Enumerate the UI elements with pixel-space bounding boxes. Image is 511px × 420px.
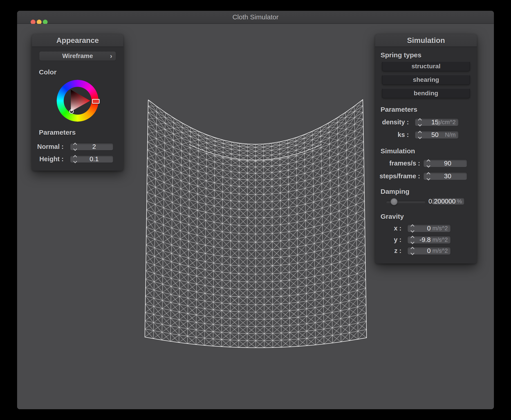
spinner-arrows[interactable]: [426, 160, 431, 167]
spinner-up-icon[interactable]: [411, 236, 414, 240]
damping-value: 0.200000: [435, 198, 456, 205]
spinner-up-icon[interactable]: [411, 247, 414, 250]
gravity-y-label: y :: [394, 236, 401, 244]
normal-field[interactable]: 2: [70, 143, 113, 151]
spinner-down-icon[interactable]: [427, 164, 430, 167]
gravity-z-row: z : 0 m/s^2: [375, 247, 477, 255]
spinner-down-icon[interactable]: [427, 177, 430, 180]
ks-label: ks :: [398, 131, 409, 139]
gravity-x-field[interactable]: 0 m/s^2: [407, 224, 451, 232]
gravity-z-label: z :: [394, 247, 401, 255]
appearance-parameters-heading: Parameters: [39, 129, 75, 136]
height-label: Height :: [39, 155, 64, 163]
density-field[interactable]: 15 g/cm^2: [414, 118, 459, 126]
structural-button[interactable]: structural: [382, 61, 470, 71]
damping-field[interactable]: 0.200000 %: [432, 197, 465, 205]
window-title: Cloth Simulator: [17, 11, 494, 23]
spinner-up-icon[interactable]: [73, 155, 77, 159]
ks-row: ks : 50 N/m: [375, 131, 477, 139]
spinner-down-icon[interactable]: [411, 229, 414, 232]
spinner-down-icon[interactable]: [411, 251, 414, 255]
gravity-y-row: y : -9.8 m/s^2: [375, 236, 477, 244]
damping-unit: %: [457, 198, 462, 205]
steps-value: 30: [431, 172, 464, 180]
gravity-x-row: x : 0 m/s^2: [375, 224, 477, 232]
gravity-z-field[interactable]: 0 m/s^2: [407, 247, 451, 255]
shading-mode-label: Wireframe: [62, 52, 93, 60]
height-row: Height : 0.1: [32, 155, 123, 163]
spinner-down-icon[interactable]: [418, 122, 422, 126]
gravity-heading: Gravity: [381, 213, 404, 220]
height-field[interactable]: 0.1: [70, 155, 113, 163]
gravity-z-value: 0: [417, 247, 431, 255]
spinner-up-icon[interactable]: [418, 118, 422, 122]
density-value: 15: [424, 119, 439, 126]
frames-field[interactable]: 90: [423, 159, 467, 167]
shading-mode-dropdown[interactable]: Wireframe ›: [39, 51, 116, 61]
spinner-arrows[interactable]: [410, 236, 415, 243]
color-label: Color: [39, 68, 56, 76]
gravity-z-unit: m/s^2: [432, 247, 448, 255]
steps-field[interactable]: 30: [423, 172, 467, 180]
color-wheel[interactable]: [57, 80, 98, 122]
spinner-arrows[interactable]: [72, 156, 78, 163]
simulation-panel-title: Simulation: [375, 34, 477, 47]
spinner-arrows[interactable]: [417, 119, 423, 126]
density-unit: g/cm^2: [437, 119, 456, 126]
spinner-up-icon[interactable]: [418, 131, 422, 135]
normal-label: Normal :: [37, 143, 64, 151]
sim-settings-heading: Simulation: [381, 147, 415, 155]
sv-selector[interactable]: [69, 109, 74, 114]
spinner-arrows[interactable]: [426, 172, 431, 180]
gravity-y-field[interactable]: -9.8 m/s^2: [407, 236, 451, 244]
spinner-down-icon[interactable]: [411, 240, 414, 244]
chevron-right-icon: ›: [110, 52, 112, 60]
appearance-panel-title: Appearance: [32, 34, 123, 47]
height-value: 0.1: [78, 156, 110, 163]
normal-row: Normal : 2: [32, 143, 123, 151]
normal-value: 2: [78, 143, 110, 150]
frames-value: 90: [431, 160, 464, 167]
spinner-up-icon[interactable]: [73, 142, 77, 146]
damping-slider[interactable]: [386, 200, 426, 203]
density-row: density : 15 g/cm^2: [375, 118, 477, 126]
spinner-up-icon[interactable]: [427, 159, 430, 163]
gravity-y-value: -9.8: [417, 236, 431, 243]
spinner-arrows[interactable]: [410, 225, 415, 232]
gravity-y-unit: m/s^2: [432, 236, 448, 243]
ks-field[interactable]: 50 N/m: [414, 131, 459, 139]
gravity-x-label: x :: [394, 224, 401, 232]
viewport[interactable]: Appearance Wireframe › Color Parameters …: [17, 24, 494, 409]
spinner-up-icon[interactable]: [427, 172, 430, 176]
spinner-down-icon[interactable]: [418, 135, 422, 139]
spinner-arrows[interactable]: [417, 131, 423, 138]
hue-selector[interactable]: [92, 99, 100, 104]
titlebar: Cloth Simulator: [17, 11, 494, 24]
density-label: density :: [382, 118, 409, 126]
spinner-arrows[interactable]: [72, 143, 78, 150]
spinner-up-icon[interactable]: [411, 224, 414, 228]
gravity-x-unit: m/s^2: [432, 225, 448, 232]
frames-label: frames/s :: [389, 159, 420, 167]
gravity-x-value: 0: [417, 225, 431, 232]
appearance-panel: Appearance Wireframe › Color Parameters …: [32, 34, 123, 171]
shearing-button[interactable]: shearing: [382, 75, 470, 85]
ks-value: 50: [424, 131, 439, 138]
spinner-down-icon[interactable]: [73, 147, 77, 151]
damping-heading: Damping: [381, 188, 409, 195]
damping-slider-knob[interactable]: [391, 198, 398, 205]
ks-unit: N/m: [445, 131, 456, 138]
bending-button[interactable]: bending: [382, 88, 470, 98]
spinner-down-icon[interactable]: [73, 159, 77, 163]
frames-row: frames/s : 90: [375, 159, 477, 167]
spring-types-heading: Spring types: [381, 51, 421, 59]
steps-label: steps/frame :: [379, 172, 420, 180]
spinner-arrows[interactable]: [410, 247, 415, 255]
sim-parameters-heading: Parameters: [381, 106, 417, 113]
app-window: Cloth Simulator Appearance Wireframe › C…: [17, 11, 494, 409]
simulation-panel: Simulation Spring types structural shear…: [375, 34, 477, 263]
steps-row: steps/frame : 30: [375, 172, 477, 180]
